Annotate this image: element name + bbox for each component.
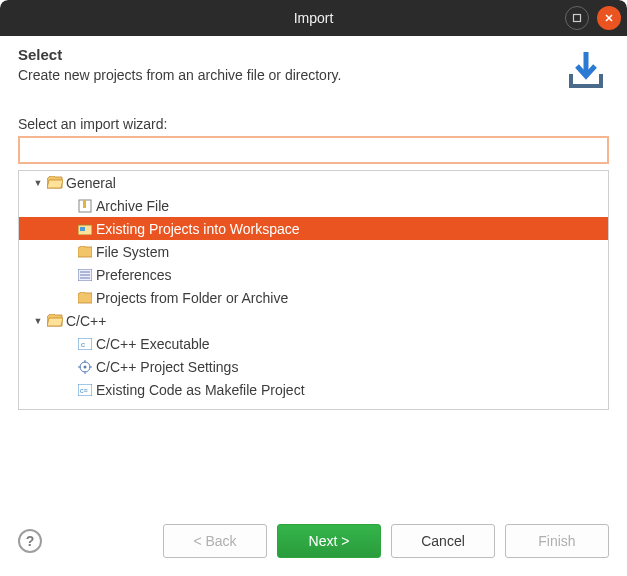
svg-text:c≡: c≡ (80, 387, 88, 394)
header-panel: Select Create new projects from an archi… (0, 36, 627, 106)
tree-item-file-system[interactable]: File System (19, 240, 608, 263)
c-makefile-icon: c≡ (77, 382, 93, 398)
finish-button[interactable]: Finish (505, 524, 609, 558)
button-bar: ? < Back Next > Cancel Finish (0, 510, 627, 576)
svg-rect-6 (80, 227, 85, 231)
preferences-icon (77, 267, 93, 283)
svg-rect-0 (574, 15, 581, 22)
wizard-area: Select an import wizard: ▼ General Archi… (0, 106, 627, 510)
tree-item-c-settings[interactable]: C/C++ Project Settings (19, 355, 608, 378)
chevron-down-icon: ▼ (31, 314, 45, 328)
page-description: Create new projects from an archive file… (18, 67, 551, 83)
back-button[interactable]: < Back (163, 524, 267, 558)
archive-icon (77, 198, 93, 214)
tree-item-existing-projects[interactable]: Existing Projects into Workspace (19, 217, 608, 240)
window-controls (565, 6, 621, 30)
folder-icon (77, 290, 93, 306)
titlebar: Import (0, 0, 627, 36)
project-icon (77, 221, 93, 237)
tree-item-label: C/C++ Executable (96, 336, 210, 352)
tree-item-label: Archive File (96, 198, 169, 214)
chevron-down-icon: ▼ (31, 176, 45, 190)
square-icon (572, 13, 582, 23)
c-settings-icon (77, 359, 93, 375)
filter-label: Select an import wizard: (18, 116, 609, 132)
tree-item-preferences[interactable]: Preferences (19, 263, 608, 286)
import-icon (563, 46, 609, 95)
tree-category-general[interactable]: ▼ General (19, 171, 608, 194)
svg-text:c: c (81, 340, 85, 349)
tree-category-ccpp[interactable]: ▼ C/C++ (19, 309, 608, 332)
folder-icon (77, 244, 93, 260)
close-button[interactable] (597, 6, 621, 30)
filter-input[interactable] (18, 136, 609, 164)
c-executable-icon: c (77, 336, 93, 352)
tree-item-archive-file[interactable]: Archive File (19, 194, 608, 217)
tree-item-label: Preferences (96, 267, 171, 283)
close-icon (604, 13, 614, 23)
maximize-button[interactable] (565, 6, 589, 30)
help-icon: ? (26, 533, 35, 549)
tree-item-label: Projects from Folder or Archive (96, 290, 288, 306)
page-title: Select (18, 46, 551, 63)
open-folder-icon (47, 313, 63, 329)
tree-category-label: C/C++ (66, 313, 106, 329)
tree-item-projects-from-folder[interactable]: Projects from Folder or Archive (19, 286, 608, 309)
tree-item-label: File System (96, 244, 169, 260)
help-button[interactable]: ? (18, 529, 42, 553)
tree-item-label: Existing Projects into Workspace (96, 221, 300, 237)
svg-rect-4 (83, 200, 86, 208)
tree-item-c-executable[interactable]: c C/C++ Executable (19, 332, 608, 355)
tree-item-label: C/C++ Project Settings (96, 359, 238, 375)
svg-point-14 (84, 365, 87, 368)
cancel-button[interactable]: Cancel (391, 524, 495, 558)
window-title: Import (0, 10, 627, 26)
open-folder-icon (47, 175, 63, 191)
tree-category-label: General (66, 175, 116, 191)
wizard-tree[interactable]: ▼ General Archive File Ex (18, 170, 609, 410)
dialog-content: Select Create new projects from an archi… (0, 36, 627, 576)
tree-item-c-makefile[interactable]: c≡ Existing Code as Makefile Project (19, 378, 608, 401)
tree-item-label: Existing Code as Makefile Project (96, 382, 305, 398)
next-button[interactable]: Next > (277, 524, 381, 558)
